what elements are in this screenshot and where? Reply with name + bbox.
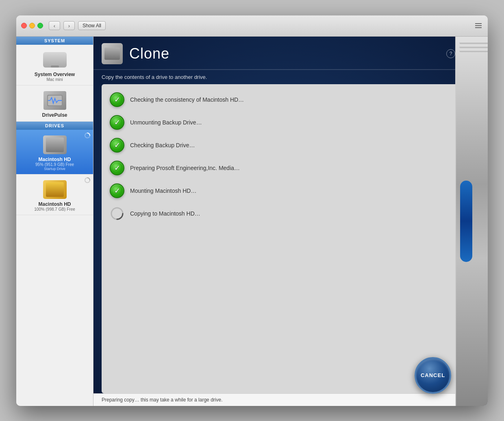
drivepulse-svg — [47, 94, 63, 107]
macintosh-hd-1-sub: 95% (951.9 GB) Free — [35, 162, 74, 167]
titlebar: ‹ › Show All — [16, 15, 488, 37]
check-icon-step2: ✓ — [110, 115, 124, 130]
back-button[interactable]: ‹ — [49, 21, 60, 30]
sidebar-item-system-overview[interactable]: System Overview Mac mini — [16, 45, 93, 85]
macintosh-hd-1-icon — [43, 135, 67, 155]
spinner-small-1 — [84, 132, 91, 140]
spinner-svg-step6 — [110, 206, 124, 221]
check-icon-step1: ✓ — [110, 92, 124, 107]
forward-button[interactable]: › — [63, 21, 75, 30]
macintosh-hd-1-label: Macintosh HD — [38, 157, 71, 162]
status-bar: Preparing copy… this may take a while fo… — [93, 393, 488, 406]
main-window: ‹ › Show All SYSTEM System Overview Mac — [16, 15, 488, 406]
cancel-button-container: CANCEL — [415, 357, 451, 394]
check-icon-step3: ✓ — [110, 138, 124, 153]
clone-drive-icon — [102, 43, 123, 64]
show-all-button[interactable]: Show All — [78, 21, 106, 30]
progress-item-step5: ✓ Mounting Macintosh HD… — [102, 179, 480, 202]
progress-item-step3: ✓ Checking Backup Drive… — [102, 134, 480, 157]
progress-area: ✓ Checking the consistency of Macintosh … — [102, 84, 480, 393]
main-content: SYSTEM System Overview Mac mini — [16, 37, 488, 406]
progress-text-step1: Checking the consistency of Macintosh HD… — [130, 96, 244, 103]
close-button[interactable] — [21, 23, 27, 28]
progress-text-step6: Copying to Macintosh HD… — [130, 210, 200, 217]
panel-title: Clone — [129, 45, 169, 62]
sidebar: SYSTEM System Overview Mac mini — [16, 37, 93, 406]
help-button[interactable]: ? — [446, 49, 455, 58]
check-icon-step4: ✓ — [110, 161, 124, 175]
panel-description: Copy the contents of a drive to another … — [93, 70, 488, 84]
progress-item-step1: ✓ Checking the consistency of Macintosh … — [102, 88, 480, 111]
check-icon-step5: ✓ — [110, 183, 124, 198]
maximize-button[interactable] — [37, 23, 43, 28]
spinner-small-2 — [84, 177, 91, 185]
macintosh-hd-2-icon — [43, 179, 67, 200]
system-overview-label: System Overview — [35, 72, 75, 77]
drivepulse-icon — [43, 90, 67, 111]
sidebar-item-drivepulse[interactable]: DrivePulse — [16, 85, 93, 122]
system-overview-sub: Mac mini — [46, 77, 63, 82]
clone-drive-icon-inner — [104, 48, 120, 60]
spinner-icon-step6 — [110, 206, 124, 221]
macintosh-hd-1-tag: Startup Drive — [44, 167, 65, 171]
right-decoration — [455, 37, 488, 406]
progress-item-step6: Copying to Macintosh HD… — [102, 202, 480, 225]
progress-item-step2: ✓ Unmounting Backup Drive… — [102, 111, 480, 134]
sidebar-item-macintosh-hd-1[interactable]: Macintosh HD 95% (951.9 GB) Free Startup… — [16, 130, 93, 175]
system-section-header: SYSTEM — [16, 37, 93, 45]
progress-text-step4: Preparing Prosoft Engineering,Inc. Media… — [130, 165, 240, 171]
macintosh-hd-2-label: Macintosh HD — [38, 201, 71, 207]
menu-icon[interactable] — [474, 21, 483, 30]
right-deco-metal — [455, 37, 488, 406]
progress-text-step2: Unmounting Backup Drive… — [130, 119, 202, 126]
right-panel: Clone ? Copy the contents of a drive to … — [93, 37, 488, 406]
cancel-button[interactable]: CANCEL — [415, 357, 451, 394]
drivepulse-label: DrivePulse — [42, 112, 67, 118]
drives-section-header: DRIVES — [16, 122, 93, 130]
system-overview-icon — [43, 50, 67, 70]
progress-item-step4: ✓ Preparing Prosoft Engineering,Inc. Med… — [102, 157, 480, 179]
panel-header: Clone ? — [93, 37, 488, 70]
traffic-lights — [21, 23, 43, 28]
sidebar-item-macintosh-hd-2[interactable]: Macintosh HD 100% (998.7 GB) Free — [16, 175, 93, 215]
progress-text-step5: Mounting Macintosh HD… — [130, 188, 196, 194]
minimize-button[interactable] — [29, 23, 35, 28]
macintosh-hd-2-sub: 100% (998.7 GB) Free — [34, 207, 75, 212]
right-deco-blue — [460, 181, 472, 262]
progress-text-step3: Checking Backup Drive… — [130, 142, 195, 148]
